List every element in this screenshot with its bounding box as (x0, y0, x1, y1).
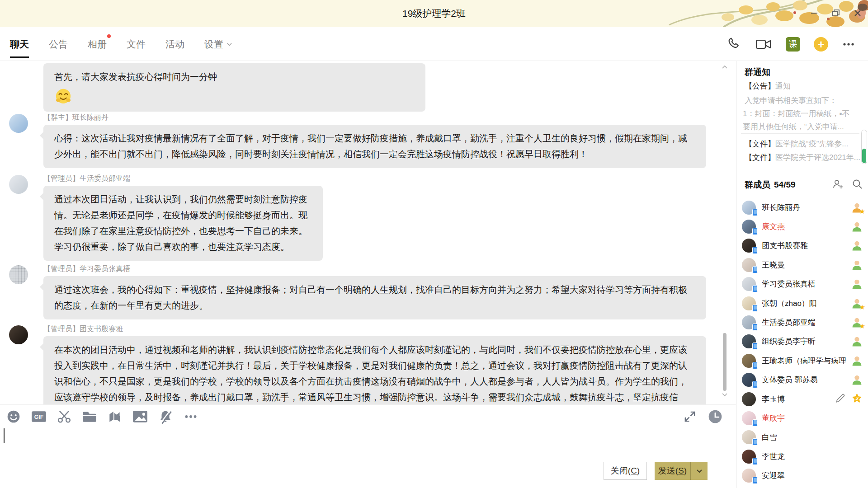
tab-label: 文件 (127, 38, 146, 51)
member-avatar[interactable] (742, 354, 756, 368)
member-avatar[interactable] (742, 392, 756, 406)
message-text: 通过这次班会，我的心得如下：重视疫情，坚持健康报备；对自己有一个明确的人生规划，… (54, 285, 687, 310)
member-row[interactable]: 董欣宇 (736, 408, 868, 427)
sender-avatar[interactable] (9, 265, 28, 284)
file-notice-item[interactable]: 【文件】医学院战“疫”先锋参... (745, 139, 865, 149)
sender-avatar[interactable] (9, 175, 28, 194)
class-icon[interactable]: 课 (786, 37, 800, 52)
member-avatar[interactable] (742, 239, 756, 253)
mute-notifications-icon[interactable] (157, 408, 174, 425)
add-member-icon[interactable] (831, 178, 844, 192)
member-row[interactable]: 白雪 (736, 428, 868, 447)
share-icon[interactable] (107, 408, 123, 425)
member-avatar[interactable] (742, 334, 756, 348)
send-button[interactable]: 发送(S) (655, 462, 708, 480)
member-avatar[interactable] (742, 315, 756, 329)
minimize-button[interactable] (807, 6, 821, 20)
member-avatar[interactable] (742, 411, 756, 425)
notice-preview-line[interactable]: 入党申请书相关事宜如下： (745, 95, 866, 106)
message-bubble: 首先，请大家发表抗疫心得时间为一分钟 (43, 63, 425, 112)
message-history-icon[interactable] (707, 408, 723, 425)
emoji-icon[interactable] (5, 408, 22, 425)
member-row[interactable]: 张朝（zhao）阳★ (736, 294, 868, 313)
member-row[interactable]: 康文燕 (736, 217, 868, 236)
add-icon[interactable]: + (814, 37, 828, 52)
member-row[interactable]: 生活委员邵亚端★ (736, 313, 868, 332)
sidebar-scrollbar-thumb[interactable] (861, 130, 867, 164)
members-title: 群成员 (745, 179, 770, 191)
star-badge-icon: ★ (859, 207, 865, 216)
member-name: 王瑜老师（病理学与病理 (762, 356, 846, 366)
notice-preview-line[interactable]: 1：封面：封面统一用稿纸，▪不 (743, 108, 864, 119)
composer-footer: 关闭(C) 发送(S) (0, 461, 736, 488)
more-tools-icon[interactable] (183, 408, 199, 425)
member-avatar[interactable] (742, 220, 756, 234)
chat-scrollbar-thumb[interactable] (723, 333, 726, 391)
file-notice-item[interactable]: 【文件】医学院关于评选2021年... (745, 152, 865, 163)
sender-avatar[interactable] (9, 114, 28, 133)
more-icon[interactable] (842, 38, 855, 51)
sender-avatar[interactable] (9, 325, 28, 344)
chat-message: 【管理员】学习委员张真梧通过这次班会，我的心得如下：重视疫情，坚持健康报备；对自… (9, 264, 730, 319)
scroll-up-arrow-icon[interactable] (722, 63, 728, 71)
member-row[interactable]: 王晓曼 (736, 255, 868, 274)
member-row[interactable]: 文体委员 郭苏易 (736, 371, 868, 389)
tab-公告[interactable]: 公告 (49, 27, 68, 61)
message-text: 通过本次团日活动，让我认识到，我们仍然需要时刻注意防控疫情。无论是老师还是同学，… (54, 194, 307, 252)
expand-input-icon[interactable] (682, 408, 698, 425)
voice-call-icon[interactable] (726, 37, 741, 52)
tab-设置[interactable]: 设置 (204, 27, 232, 61)
member-avatar[interactable] (742, 373, 756, 387)
member-avatar[interactable] (742, 469, 756, 483)
member-name: 白雪 (762, 432, 777, 442)
tab-活动[interactable]: 活动 (165, 27, 184, 61)
member-row[interactable]: 学习委员张真梧 (736, 275, 868, 294)
member-row[interactable]: 安迎翠 (736, 466, 868, 485)
member-avatar[interactable] (742, 296, 756, 310)
notice-divider (741, 133, 859, 134)
maximize-button[interactable] (829, 6, 843, 20)
member-row[interactable]: 李世龙 (736, 447, 868, 466)
mobile-online-badge (752, 458, 758, 465)
member-row[interactable]: 团支书殷赛雅 (736, 236, 868, 255)
sender-name: 【管理员】生活委员邵亚端 (43, 174, 730, 186)
gif-icon[interactable]: GIF (31, 408, 47, 425)
message-composer[interactable]: GIF (0, 404, 736, 461)
member-avatar[interactable] (742, 430, 756, 444)
member-status-icon (851, 335, 863, 347)
member-name: 生活委员邵亚端 (762, 317, 816, 328)
screenshot-icon[interactable] (56, 408, 72, 425)
close-chat-button[interactable]: 关闭(C) (604, 462, 647, 480)
mobile-online-badge (752, 362, 758, 369)
member-avatar[interactable] (742, 258, 756, 272)
member-name: 班长陈丽丹 (762, 202, 800, 213)
scroll-down-arrow-icon[interactable] (722, 390, 728, 399)
member-avatar[interactable] (742, 450, 756, 464)
tab-聊天[interactable]: 聊天 (10, 27, 29, 61)
text-cursor (4, 428, 5, 443)
video-call-icon[interactable] (755, 37, 772, 52)
announcement-item[interactable]: 【公告】通知 (745, 81, 791, 91)
image-icon[interactable] (132, 408, 148, 425)
mobile-online-badge (752, 324, 758, 331)
member-row[interactable]: 班长陈丽丹★ (736, 198, 868, 217)
close-button[interactable] (851, 6, 864, 20)
message-bubble: 通过这次班会，我的心得如下：重视疫情，坚持健康报备；对自己有一个明确的人生规划，… (43, 276, 706, 319)
chat-message: 【管理员】生活委员邵亚端通过本次团日活动，让我认识到，我们仍然需要时刻注意防控疫… (9, 174, 730, 261)
message-bubble: 通过本次团日活动，让我认识到，我们仍然需要时刻注意防控疫情。无论是老师还是同学，… (43, 186, 323, 261)
member-row[interactable]: 王瑜老师（病理学与病理 (736, 351, 868, 370)
chat-message: 首先，请大家发表抗疫心得时间为一分钟 (9, 63, 730, 112)
member-avatar[interactable] (742, 201, 756, 215)
notice-preview-line[interactable]: 要用其他任何纸，“入党申请... (743, 122, 864, 132)
search-member-icon[interactable] (851, 178, 863, 192)
member-row[interactable]: 李玉博 (736, 389, 868, 408)
tab-相册[interactable]: 相册 (88, 27, 107, 61)
member-row[interactable]: 组织委员李宇昕 (736, 332, 868, 351)
tab-文件[interactable]: 文件 (127, 27, 146, 61)
member-name: 董欣宇 (762, 413, 785, 423)
chat-message-area: 首先，请大家发表抗疫心得时间为一分钟【群主】班长陈丽丹心得：这次活动让我对疫情最… (0, 61, 736, 404)
member-avatar[interactable] (742, 277, 756, 291)
member-name: 王晓曼 (762, 260, 785, 270)
send-file-icon[interactable] (81, 408, 98, 425)
send-options-dropdown[interactable] (690, 462, 708, 480)
